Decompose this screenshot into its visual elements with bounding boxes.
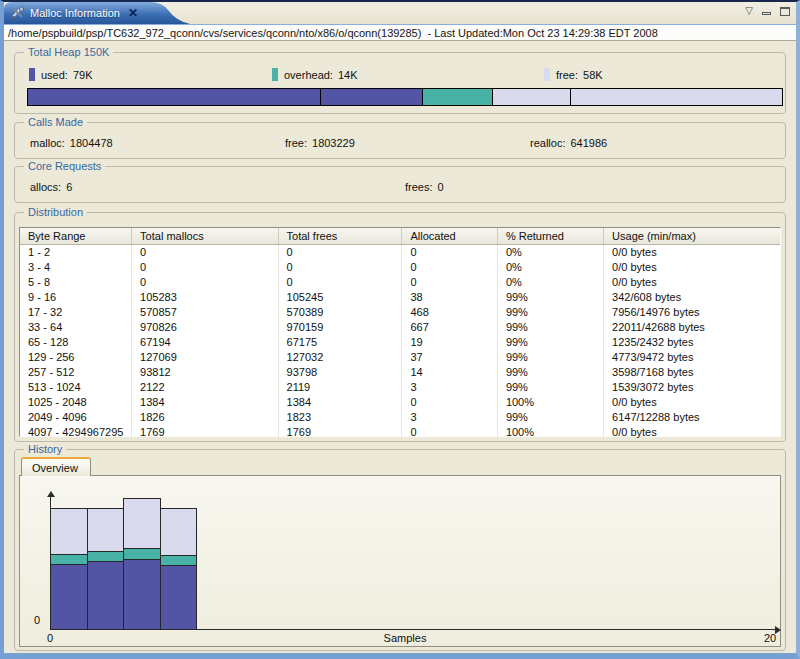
calls-malloc: malloc:1804478: [30, 137, 113, 149]
target-path-bar: /home/pspbuild/psp/TC632_972_qconn/cvs/s…: [4, 24, 796, 41]
table-cell: 0: [402, 395, 497, 410]
table-cell: 67194: [132, 335, 278, 350]
table-row[interactable]: 9 - 161052831052453899%342/608 bytes: [20, 290, 780, 305]
field-value: 1803229: [312, 137, 355, 149]
core-requests-title: Core Requests: [24, 160, 105, 172]
table-cell: 667: [402, 320, 497, 335]
table-row[interactable]: 3 - 40000%0/0 bytes: [20, 260, 780, 275]
view-menu-icon[interactable]: ▽: [745, 6, 753, 16]
chart-x-max-label: 20: [764, 632, 776, 644]
table-cell: 0/0 bytes: [604, 275, 780, 290]
table-cell: 1 - 2: [20, 245, 132, 260]
table-cell: 0/0 bytes: [604, 260, 780, 275]
table-cell: 468: [402, 305, 497, 320]
history-bar-free: [87, 508, 125, 553]
main-content: Total Heap 150K used:79Koverhead:14Kfree…: [4, 41, 796, 651]
history-bar-overhead: [87, 551, 125, 562]
minimize-icon[interactable]: [762, 12, 771, 15]
table-cell: 1235/2432 bytes: [604, 335, 780, 350]
table-row[interactable]: 513 - 102421222119399%1539/3072 bytes: [20, 380, 780, 395]
table-cell: 257 - 512: [20, 365, 132, 380]
legend-label: used:: [41, 69, 68, 81]
table-cell: 99%: [498, 335, 604, 350]
table-cell: 7956/14976 bytes: [604, 305, 780, 320]
column-header-4[interactable]: % Returned: [498, 228, 604, 244]
total-heap-title: Total Heap 150K: [24, 46, 113, 58]
table-cell: 99%: [498, 290, 604, 305]
history-group: History Overview 0 0 Samples 20: [14, 449, 786, 651]
table-row[interactable]: 2049 - 409618261823399%6147/12288 bytes: [20, 410, 780, 425]
table-cell: 513 - 1024: [20, 380, 132, 395]
table-row[interactable]: 65 - 12867194671751999%1235/2432 bytes: [20, 335, 780, 350]
table-cell: 0: [132, 275, 278, 290]
maximize-icon[interactable]: [780, 7, 790, 16]
history-bar-used: [123, 559, 161, 630]
history-bar-overhead: [160, 555, 198, 566]
table-cell: 100%: [498, 395, 604, 410]
table-cell: 342/608 bytes: [604, 290, 780, 305]
view-toolbar: ▽: [745, 6, 790, 16]
table-row[interactable]: 1 - 20000%0/0 bytes: [20, 245, 780, 260]
calls-free: free:1803229: [285, 137, 355, 149]
table-cell: 0: [132, 260, 278, 275]
field-value: 1804478: [70, 137, 113, 149]
table-cell: 9 - 16: [20, 290, 132, 305]
table-cell: 1826: [132, 410, 278, 425]
heap-legend-item-free: free:58K: [544, 68, 603, 81]
history-bar-used: [87, 561, 125, 630]
heap-arena-divider: [570, 89, 571, 105]
table-row[interactable]: 129 - 2561270691270323799%4773/9472 byte…: [20, 350, 780, 365]
used-color-swatch: [29, 68, 35, 81]
column-header-1[interactable]: Total mallocs: [132, 228, 278, 244]
overhead-color-swatch: [272, 68, 278, 81]
tab-malloc-information[interactable]: Malloc Information ✕: [4, 2, 190, 24]
table-cell: 99%: [498, 365, 604, 380]
legend-value: 79K: [73, 69, 93, 81]
table-cell: 3598/7168 bytes: [604, 365, 780, 380]
table-cell: 33 - 64: [20, 320, 132, 335]
table-row[interactable]: 17 - 3257085757038946899%7956/14976 byte…: [20, 305, 780, 320]
tab-title: Malloc Information: [30, 7, 120, 19]
core-requests-fields: allocs:6frees:0: [15, 181, 785, 197]
column-header-2[interactable]: Total frees: [279, 228, 403, 244]
column-header-3[interactable]: Allocated: [402, 228, 497, 244]
field-label: free:: [285, 137, 307, 149]
history-chart-panel: 0 0 Samples 20: [19, 475, 781, 647]
table-row[interactable]: 1025 - 2048138413840100%0/0 bytes: [20, 395, 780, 410]
table-row[interactable]: 4097 - 4294967295176917690100%0/0 bytes: [20, 425, 780, 440]
heap-segment-used: [28, 89, 422, 105]
table-row[interactable]: 5 - 80000%0/0 bytes: [20, 275, 780, 290]
table-cell: 99%: [498, 305, 604, 320]
column-header-0[interactable]: Byte Range: [20, 228, 132, 244]
history-bar-free: [160, 508, 198, 557]
table-cell: 100%: [498, 425, 604, 440]
table-cell: 570389: [279, 305, 403, 320]
table-cell: 65 - 128: [20, 335, 132, 350]
table-cell: 0%: [498, 275, 604, 290]
field-label: malloc:: [30, 137, 65, 149]
distribution-table-header: Byte RangeTotal mallocsTotal freesAlloca…: [20, 228, 780, 245]
table-cell: 2049 - 4096: [20, 410, 132, 425]
table-cell: 0: [279, 245, 403, 260]
table-cell: 1025 - 2048: [20, 395, 132, 410]
column-header-5[interactable]: Usage (min/max): [604, 228, 780, 244]
table-cell: 4097 - 4294967295: [20, 425, 132, 440]
table-row[interactable]: 33 - 6497082697015966799%22011/42688 byt…: [20, 320, 780, 335]
table-cell: 0: [132, 245, 278, 260]
table-cell: 3 - 4: [20, 260, 132, 275]
malloc-view-icon: [10, 6, 25, 20]
table-cell: 38: [402, 290, 497, 305]
malloc-information-view: Malloc Information ✕ ▽ /home/pspbuild/ps…: [0, 0, 800, 659]
close-icon[interactable]: ✕: [128, 7, 138, 19]
history-bar-overhead: [123, 548, 161, 560]
history-bar-overhead: [50, 554, 88, 565]
chart-y-origin-label: 0: [34, 614, 40, 626]
history-bar-used: [160, 565, 198, 630]
field-value: 641986: [570, 137, 607, 149]
table-row[interactable]: 257 - 51293812937981499%3598/7168 bytes: [20, 365, 780, 380]
table-cell: 0: [402, 245, 497, 260]
table-cell: 4773/9472 bytes: [604, 350, 780, 365]
chart-x-axis-label: Samples: [384, 632, 427, 644]
tab-overview[interactable]: Overview: [21, 457, 91, 476]
history-bar-free: [50, 508, 88, 555]
